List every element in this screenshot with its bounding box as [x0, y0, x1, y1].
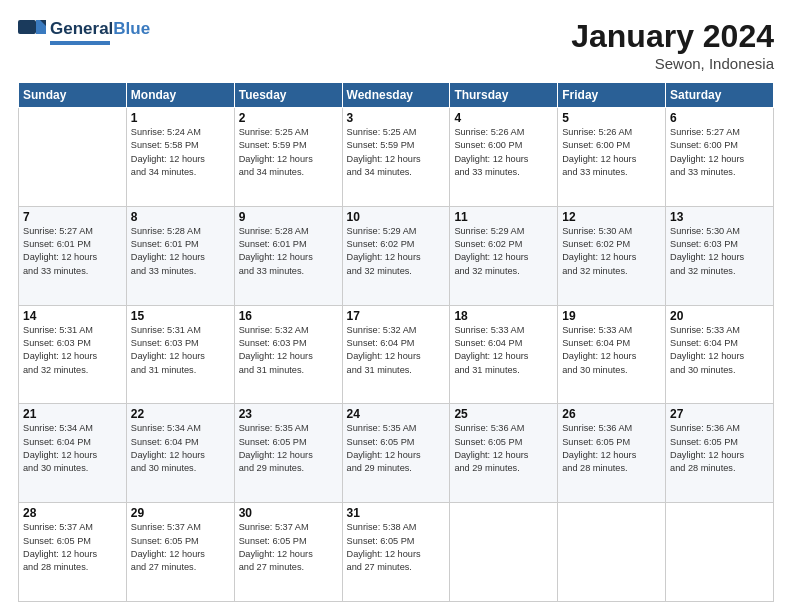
day-info: Sunrise: 5:25 AMSunset: 5:59 PMDaylight:… [239, 126, 338, 179]
calendar-cell [558, 503, 666, 602]
day-number: 16 [239, 309, 338, 323]
calendar-body: 1Sunrise: 5:24 AMSunset: 5:58 PMDaylight… [19, 108, 774, 602]
day-info: Sunrise: 5:37 AMSunset: 6:05 PMDaylight:… [239, 521, 338, 574]
day-info: Sunrise: 5:33 AMSunset: 6:04 PMDaylight:… [454, 324, 553, 377]
day-info: Sunrise: 5:33 AMSunset: 6:04 PMDaylight:… [670, 324, 769, 377]
day-number: 17 [347, 309, 446, 323]
calendar-header-row: Sunday Monday Tuesday Wednesday Thursday… [19, 83, 774, 108]
day-number: 23 [239, 407, 338, 421]
calendar-cell: 9Sunrise: 5:28 AMSunset: 6:01 PMDaylight… [234, 206, 342, 305]
day-number: 15 [131, 309, 230, 323]
day-number: 4 [454, 111, 553, 125]
day-info: Sunrise: 5:38 AMSunset: 6:05 PMDaylight:… [347, 521, 446, 574]
day-number: 14 [23, 309, 122, 323]
calendar-cell: 25Sunrise: 5:36 AMSunset: 6:05 PMDayligh… [450, 404, 558, 503]
day-number: 25 [454, 407, 553, 421]
calendar-cell: 5Sunrise: 5:26 AMSunset: 6:00 PMDaylight… [558, 108, 666, 207]
day-info: Sunrise: 5:24 AMSunset: 5:58 PMDaylight:… [131, 126, 230, 179]
day-info: Sunrise: 5:31 AMSunset: 6:03 PMDaylight:… [23, 324, 122, 377]
calendar-cell [666, 503, 774, 602]
day-number: 3 [347, 111, 446, 125]
calendar-cell: 12Sunrise: 5:30 AMSunset: 6:02 PMDayligh… [558, 206, 666, 305]
col-tuesday: Tuesday [234, 83, 342, 108]
calendar-week-row: 21Sunrise: 5:34 AMSunset: 6:04 PMDayligh… [19, 404, 774, 503]
logo-blue: Blue [113, 19, 150, 39]
calendar-cell: 6Sunrise: 5:27 AMSunset: 6:00 PMDaylight… [666, 108, 774, 207]
day-number: 5 [562, 111, 661, 125]
day-info: Sunrise: 5:33 AMSunset: 6:04 PMDaylight:… [562, 324, 661, 377]
calendar-cell: 4Sunrise: 5:26 AMSunset: 6:00 PMDaylight… [450, 108, 558, 207]
calendar-cell: 31Sunrise: 5:38 AMSunset: 6:05 PMDayligh… [342, 503, 450, 602]
col-thursday: Thursday [450, 83, 558, 108]
day-number: 27 [670, 407, 769, 421]
day-number: 8 [131, 210, 230, 224]
calendar-cell: 29Sunrise: 5:37 AMSunset: 6:05 PMDayligh… [126, 503, 234, 602]
day-number: 26 [562, 407, 661, 421]
day-number: 22 [131, 407, 230, 421]
day-number: 2 [239, 111, 338, 125]
calendar-page: GeneralBlue January 2024 Sewon, Indonesi… [0, 0, 792, 612]
logo-general: General [50, 19, 113, 39]
day-info: Sunrise: 5:34 AMSunset: 6:04 PMDaylight:… [131, 422, 230, 475]
day-info: Sunrise: 5:26 AMSunset: 6:00 PMDaylight:… [562, 126, 661, 179]
day-info: Sunrise: 5:36 AMSunset: 6:05 PMDaylight:… [454, 422, 553, 475]
calendar-cell: 22Sunrise: 5:34 AMSunset: 6:04 PMDayligh… [126, 404, 234, 503]
day-number: 12 [562, 210, 661, 224]
day-info: Sunrise: 5:25 AMSunset: 5:59 PMDaylight:… [347, 126, 446, 179]
logo: GeneralBlue [18, 18, 150, 46]
day-number: 7 [23, 210, 122, 224]
calendar-cell: 30Sunrise: 5:37 AMSunset: 6:05 PMDayligh… [234, 503, 342, 602]
day-info: Sunrise: 5:30 AMSunset: 6:03 PMDaylight:… [670, 225, 769, 278]
day-number: 30 [239, 506, 338, 520]
header: GeneralBlue January 2024 Sewon, Indonesi… [18, 18, 774, 72]
day-info: Sunrise: 5:28 AMSunset: 6:01 PMDaylight:… [131, 225, 230, 278]
day-number: 9 [239, 210, 338, 224]
calendar-cell: 15Sunrise: 5:31 AMSunset: 6:03 PMDayligh… [126, 305, 234, 404]
svg-rect-0 [18, 20, 36, 34]
calendar-cell: 13Sunrise: 5:30 AMSunset: 6:03 PMDayligh… [666, 206, 774, 305]
day-number: 24 [347, 407, 446, 421]
col-saturday: Saturday [666, 83, 774, 108]
col-sunday: Sunday [19, 83, 127, 108]
col-monday: Monday [126, 83, 234, 108]
day-info: Sunrise: 5:35 AMSunset: 6:05 PMDaylight:… [239, 422, 338, 475]
day-info: Sunrise: 5:28 AMSunset: 6:01 PMDaylight:… [239, 225, 338, 278]
calendar-subtitle: Sewon, Indonesia [571, 55, 774, 72]
day-number: 31 [347, 506, 446, 520]
day-number: 20 [670, 309, 769, 323]
calendar-title: January 2024 [571, 18, 774, 55]
day-info: Sunrise: 5:37 AMSunset: 6:05 PMDaylight:… [131, 521, 230, 574]
col-wednesday: Wednesday [342, 83, 450, 108]
day-number: 10 [347, 210, 446, 224]
calendar-cell: 11Sunrise: 5:29 AMSunset: 6:02 PMDayligh… [450, 206, 558, 305]
day-number: 1 [131, 111, 230, 125]
calendar-week-row: 7Sunrise: 5:27 AMSunset: 6:01 PMDaylight… [19, 206, 774, 305]
calendar-cell: 8Sunrise: 5:28 AMSunset: 6:01 PMDaylight… [126, 206, 234, 305]
calendar-table: Sunday Monday Tuesday Wednesday Thursday… [18, 82, 774, 602]
day-info: Sunrise: 5:29 AMSunset: 6:02 PMDaylight:… [347, 225, 446, 278]
col-friday: Friday [558, 83, 666, 108]
day-number: 13 [670, 210, 769, 224]
day-info: Sunrise: 5:32 AMSunset: 6:04 PMDaylight:… [347, 324, 446, 377]
day-info: Sunrise: 5:30 AMSunset: 6:02 PMDaylight:… [562, 225, 661, 278]
calendar-cell: 19Sunrise: 5:33 AMSunset: 6:04 PMDayligh… [558, 305, 666, 404]
day-info: Sunrise: 5:34 AMSunset: 6:04 PMDaylight:… [23, 422, 122, 475]
day-number: 18 [454, 309, 553, 323]
calendar-week-row: 28Sunrise: 5:37 AMSunset: 6:05 PMDayligh… [19, 503, 774, 602]
day-info: Sunrise: 5:27 AMSunset: 6:01 PMDaylight:… [23, 225, 122, 278]
calendar-cell: 17Sunrise: 5:32 AMSunset: 6:04 PMDayligh… [342, 305, 450, 404]
calendar-cell: 21Sunrise: 5:34 AMSunset: 6:04 PMDayligh… [19, 404, 127, 503]
day-info: Sunrise: 5:36 AMSunset: 6:05 PMDaylight:… [670, 422, 769, 475]
calendar-cell: 24Sunrise: 5:35 AMSunset: 6:05 PMDayligh… [342, 404, 450, 503]
day-number: 29 [131, 506, 230, 520]
calendar-cell: 28Sunrise: 5:37 AMSunset: 6:05 PMDayligh… [19, 503, 127, 602]
logo-icon [18, 18, 48, 46]
calendar-cell: 3Sunrise: 5:25 AMSunset: 5:59 PMDaylight… [342, 108, 450, 207]
day-info: Sunrise: 5:35 AMSunset: 6:05 PMDaylight:… [347, 422, 446, 475]
day-number: 11 [454, 210, 553, 224]
calendar-cell: 27Sunrise: 5:36 AMSunset: 6:05 PMDayligh… [666, 404, 774, 503]
day-info: Sunrise: 5:27 AMSunset: 6:00 PMDaylight:… [670, 126, 769, 179]
day-info: Sunrise: 5:37 AMSunset: 6:05 PMDaylight:… [23, 521, 122, 574]
day-info: Sunrise: 5:36 AMSunset: 6:05 PMDaylight:… [562, 422, 661, 475]
calendar-cell: 2Sunrise: 5:25 AMSunset: 5:59 PMDaylight… [234, 108, 342, 207]
